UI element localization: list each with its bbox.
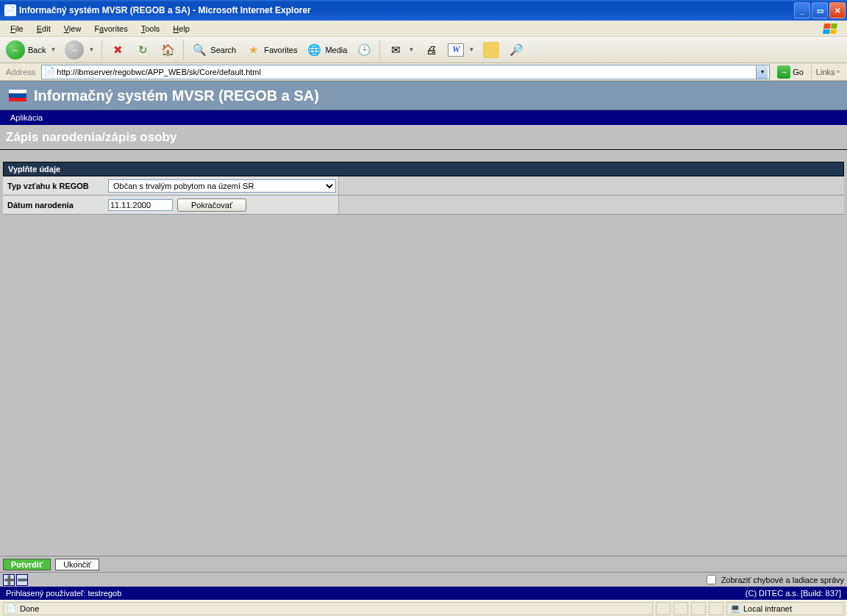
address-input[interactable] (55, 66, 756, 78)
address-dropdown-icon[interactable]: ▾ (756, 65, 768, 79)
search-button[interactable]: 🔍Search (188, 40, 239, 60)
mail-button[interactable]: ✉▼ (385, 40, 417, 60)
status-cell-empty2 (673, 602, 688, 615)
status-cell-done: 📄 Done (3, 602, 653, 615)
go-icon: → (777, 65, 790, 79)
menu-edit[interactable]: Edit (31, 23, 57, 35)
slovak-flag-icon (9, 90, 26, 101)
status-login-bar: Prihlasený používateľ: testregob (C) DIT… (0, 587, 847, 600)
discuss-button[interactable] (480, 40, 502, 60)
mail-icon: ✉ (387, 42, 404, 58)
address-input-wrap[interactable]: 📄 ▾ (41, 65, 770, 79)
favorites-button[interactable]: ★Favorites (242, 40, 300, 60)
search-icon: 🔍 (191, 42, 207, 58)
chevron-down-icon: ▼ (408, 46, 414, 53)
menu-tools[interactable]: Tools (135, 23, 166, 35)
continue-button[interactable]: Pokračovať (177, 198, 246, 212)
folder-icon (483, 42, 499, 58)
form-row-typ-vztahu: Typ vzťahu k REGOB Občan s trvalým pobyt… (3, 176, 844, 196)
label-datum-narodenia: Dátum narodenia (3, 196, 106, 214)
page-title: Zápis narodenia/zápis osoby (6, 130, 176, 145)
status-cell-empty3 (691, 602, 706, 615)
collapse-button[interactable]: ➖ (16, 574, 28, 586)
maximize-button[interactable]: ▭ (812, 2, 828, 18)
build-text: (C) DITEC a.s. [Build: 837] (746, 589, 841, 598)
print-button[interactable]: 🖨 (420, 40, 442, 60)
ie-toolbar: ← Back ▼ → ▼ ✖ ↻ 🏠 🔍Search ★Favorites 🌐M… (0, 37, 847, 63)
ie-status-bar: 📄 Done 💻 Local intranet (0, 600, 847, 616)
ie-menubar: File Edit View Favorites Tools Help (0, 21, 847, 37)
media-button[interactable]: 🌐Media (303, 40, 350, 60)
go-button[interactable]: → Go (773, 65, 808, 79)
ie-page-icon: 📄 (4, 4, 16, 16)
debug-checkbox[interactable] (707, 575, 716, 584)
menu-file[interactable]: File (4, 23, 29, 35)
intranet-icon: 💻 (730, 604, 740, 614)
chevron-down-icon: ▼ (50, 46, 56, 53)
forward-button[interactable]: → ▼ (62, 40, 97, 60)
word-icon: W (448, 43, 464, 57)
media-icon: 🌐 (306, 42, 322, 58)
status-cell-empty1 (656, 602, 671, 615)
refresh-button[interactable]: ↻ (132, 40, 154, 60)
form-section-header: Vyplňte údaje (3, 162, 844, 176)
back-icon: ← (6, 40, 25, 60)
history-icon: 🕒 (356, 42, 372, 58)
star-icon: ★ (245, 42, 261, 58)
links-button[interactable]: Links» (811, 65, 844, 79)
research-icon: 🔎 (508, 42, 524, 58)
refresh-icon: ↻ (135, 42, 151, 58)
form-row-datum-narodenia: Dátum narodenia Pokračovať (3, 196, 844, 215)
menu-aplikacia[interactable]: Aplikácia (6, 113, 47, 122)
status-cell-zone: 💻 Local intranet (726, 602, 844, 615)
chevron-down-icon: ▼ (468, 46, 474, 53)
app-header: Informačný systém MVSR (REGOB a SA) (0, 81, 847, 110)
input-datum-narodenia[interactable] (108, 199, 173, 211)
address-bar: Address 📄 ▾ → Go Links» (0, 63, 847, 81)
window-buttons: _ ▭ ✕ (794, 2, 846, 18)
menu-favorites[interactable]: Favorites (88, 23, 133, 35)
app-menubar: Aplikácia (0, 110, 847, 125)
print-icon: 🖨 (423, 42, 439, 58)
windows-logo-icon (819, 21, 841, 37)
label-typ-vztahu: Typ vzťahu k REGOB (3, 176, 106, 195)
home-button[interactable]: 🏠 (157, 40, 179, 60)
research-button[interactable]: 🔎 (505, 40, 527, 60)
app-title: Informačný systém MVSR (REGOB a SA) (34, 87, 319, 104)
minimize-button[interactable]: _ (794, 2, 810, 18)
history-button[interactable]: 🕒 (353, 40, 375, 60)
address-label: Address (3, 68, 38, 76)
back-button[interactable]: ← Back ▼ (3, 40, 59, 60)
control-bar: ➕ ➖ Zobraziť chybové a ladiace správy (0, 572, 847, 587)
select-typ-vztahu[interactable]: Občan s trvalým pobytom na území SR (108, 179, 336, 193)
form-section: Vyplňte údaje Typ vzťahu k REGOB Občan s… (0, 150, 847, 218)
forward-icon: → (65, 40, 84, 60)
home-icon: 🏠 (160, 42, 176, 58)
page-title-bar: Zápis narodenia/zápis osoby (0, 125, 847, 150)
debug-checkbox-label[interactable]: Zobraziť chybové a ladiace správy (704, 573, 844, 587)
menu-help[interactable]: Help (167, 23, 196, 35)
page-icon: 📄 (7, 604, 17, 614)
page-content: Informačný systém MVSR (REGOB a SA) Apli… (0, 81, 847, 600)
bottom-button-bar: Potvrdiť Ukončiť (0, 556, 847, 572)
ukoncit-button[interactable]: Ukončiť (55, 559, 99, 570)
menu-view[interactable]: View (58, 23, 87, 35)
expand-button[interactable]: ➕ (3, 574, 15, 586)
status-cell-empty4 (709, 602, 723, 615)
page-icon: 📄 (43, 66, 55, 77)
edit-button[interactable]: W▼ (445, 40, 477, 60)
potvrdit-button[interactable]: Potvrdiť (3, 559, 51, 570)
stop-icon: ✖ (110, 42, 126, 58)
close-button[interactable]: ✕ (829, 2, 846, 18)
login-text: Prihlasený používateľ: testregob (6, 589, 121, 598)
chevron-down-icon: ▼ (88, 46, 94, 53)
stop-button[interactable]: ✖ (107, 40, 129, 60)
window-titlebar: 📄 Informačný systém MVSR (REGOB a SA) - … (0, 0, 847, 21)
window-title: Informačný systém MVSR (REGOB a SA) - Mi… (19, 5, 311, 15)
